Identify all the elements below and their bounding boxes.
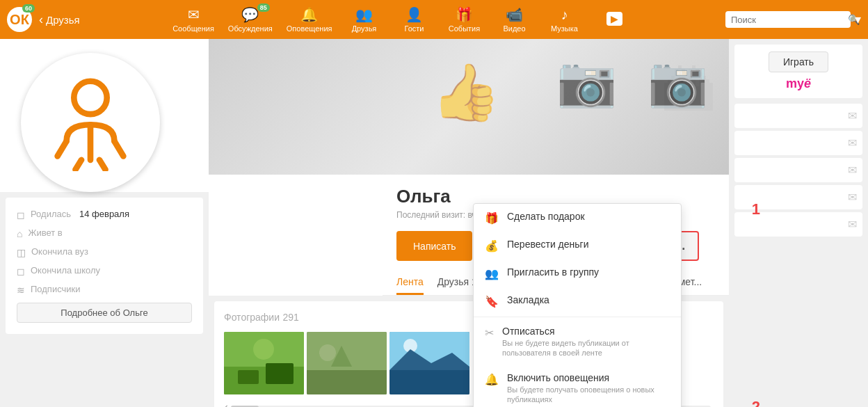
cover-deco-2: 📷 bbox=[556, 53, 617, 110]
birthday-icon: ◻ bbox=[17, 209, 25, 221]
sidebar-info: ◻ Родилась 14 февраля ⌂ Живет в ◫ Окончи… bbox=[6, 198, 203, 334]
dropdown-gift[interactable]: 🎁 Сделать подарок bbox=[474, 204, 681, 232]
photo-thumb-3[interactable] bbox=[389, 332, 469, 394]
cover-deco-1: 👍 bbox=[431, 60, 501, 125]
cover-section: 👍 📷 🏔 📷 bbox=[209, 39, 729, 175]
university-label: Окончила вуз bbox=[31, 246, 88, 257]
back-label: Друзья bbox=[46, 14, 80, 26]
mail-icon-4: ✉ bbox=[848, 191, 857, 204]
mail-icon-3: ✉ bbox=[848, 163, 857, 177]
sidebar-university: ◫ Окончила вуз bbox=[17, 246, 192, 258]
dropdown-notifications-on[interactable]: 🔔 Включить оповещения Вы будете получать… bbox=[474, 365, 681, 407]
messages-icon: ✉ bbox=[188, 6, 200, 23]
notifications-on-icon: 🔔 bbox=[485, 373, 499, 386]
mail-icon-1: ✉ bbox=[848, 109, 857, 122]
video-label: Видео bbox=[503, 24, 525, 33]
money-icon: 💰 bbox=[485, 239, 499, 253]
sidebar-lives-in: ⌂ Живет в bbox=[17, 228, 192, 239]
bookmark-icon: 🔖 bbox=[485, 295, 499, 308]
sidebar-school: ◻ Окончила школу bbox=[17, 265, 192, 277]
discussions-badge: 85 bbox=[257, 3, 270, 12]
friends-label: Друзья bbox=[352, 24, 377, 33]
nav-dropdown-icon[interactable]: ▾ bbox=[855, 12, 861, 27]
search-input[interactable] bbox=[731, 15, 848, 25]
svg-line-4 bbox=[99, 160, 106, 170]
dropdown-unsubscribe-label: Отписаться bbox=[502, 326, 670, 337]
nav-item-guests[interactable]: 👤 Гости bbox=[396, 6, 433, 33]
nav-item-discussions[interactable]: 💬 Обсуждения 85 bbox=[228, 6, 273, 33]
avatar bbox=[21, 53, 160, 192]
video-icon: 📹 bbox=[506, 6, 523, 23]
birthday-value: 14 февраля bbox=[79, 209, 129, 219]
subscribers-icon: ≋ bbox=[17, 285, 25, 296]
logo[interactable]: ОК 60 bbox=[7, 7, 32, 32]
photo-thumb-1[interactable] bbox=[224, 332, 304, 394]
right-mail-item-1: ✉ bbox=[734, 104, 862, 128]
annotation-1: 1 bbox=[752, 200, 760, 218]
search-box[interactable]: 🔍 bbox=[725, 11, 851, 28]
dropdown-money[interactable]: 💰 Перевести деньги bbox=[474, 232, 681, 260]
nav-item-play[interactable]: ▶ bbox=[597, 12, 633, 27]
svg-rect-16 bbox=[389, 370, 469, 394]
dropdown-bookmark[interactable]: 🔖 Закладка bbox=[474, 287, 681, 315]
dropdown-gift-label: Сделать подарок bbox=[507, 211, 670, 222]
sidebar-subscribers: ≋ Подписчики bbox=[17, 284, 192, 296]
ok-avatar-icon bbox=[35, 67, 146, 178]
events-icon: 🎁 bbox=[456, 6, 473, 23]
svg-rect-12 bbox=[307, 370, 387, 394]
dropdown-divider-1 bbox=[474, 317, 681, 317]
subscribers-label: Подписчики bbox=[31, 284, 81, 294]
events-label: События bbox=[449, 24, 480, 33]
discussions-icon: 💬 bbox=[241, 6, 259, 23]
left-sidebar: ◻ Родилась 14 февраля ⌂ Живет в ◫ Окончи… bbox=[0, 39, 209, 407]
play-button[interactable]: Играть bbox=[769, 51, 828, 72]
guests-icon: 👤 bbox=[405, 6, 423, 23]
university-icon: ◫ bbox=[17, 247, 26, 258]
right-mail-item-2: ✉ bbox=[734, 131, 862, 155]
annotation-2: 2 bbox=[752, 398, 760, 407]
sidebar-more[interactable]: Подробнее об Ольге bbox=[17, 303, 192, 323]
photos-prev-icon[interactable]: ‹ bbox=[224, 400, 228, 407]
friends-icon: 👥 bbox=[355, 6, 373, 23]
nav-item-video[interactable]: 📹 Видео bbox=[497, 6, 533, 33]
play-icon: ▶ bbox=[606, 12, 622, 26]
nav-item-notifications[interactable]: 🔔 Оповещения bbox=[287, 6, 332, 33]
mail-icon-2: ✉ bbox=[848, 136, 857, 150]
notifications-icon: 🔔 bbox=[300, 6, 318, 23]
school-icon: ◻ bbox=[17, 266, 25, 277]
photo-thumb-2[interactable] bbox=[307, 332, 387, 394]
dropdown-invite-group[interactable]: 👥 Пригласить в группу bbox=[474, 260, 681, 287]
nav-item-messages[interactable]: ✉ Сообщения bbox=[172, 6, 214, 33]
photos-count: 291 bbox=[282, 312, 298, 323]
svg-line-3 bbox=[75, 160, 81, 170]
svg-rect-10 bbox=[266, 363, 294, 384]
unsubscribe-icon: ✂ bbox=[485, 326, 494, 340]
right-sidebar: Играть myё ✉ ✉ ✉ ✉ ✉ bbox=[729, 39, 868, 407]
svg-line-1 bbox=[58, 141, 67, 157]
dropdown-unsubscribe[interactable]: ✂ Отписаться Вы не будете видеть публика… bbox=[474, 319, 681, 365]
discussions-label: Обсуждения bbox=[228, 24, 273, 33]
mail-icon-5: ✉ bbox=[848, 218, 857, 231]
tab-feed[interactable]: Лента bbox=[396, 269, 424, 295]
play-section: Играть myё bbox=[734, 45, 862, 98]
top-navigation: ОК 60 ‹ Друзья ✉ Сообщения 💬 Обсуждения … bbox=[0, 0, 868, 39]
home-icon: ⌂ bbox=[17, 228, 22, 239]
cover-deco-4: 📷 bbox=[648, 53, 708, 110]
dropdown-notifications-on-desc: Вы будете получать оповещения о новых пу… bbox=[507, 385, 670, 405]
my-music-text: myё bbox=[786, 77, 811, 90]
ok-logo-icon: ОК bbox=[10, 12, 29, 28]
more-about-button[interactable]: Подробнее об Ольге bbox=[17, 303, 192, 323]
write-button[interactable]: Написать bbox=[396, 231, 472, 261]
nav-item-events[interactable]: 🎁 События bbox=[447, 6, 483, 33]
nav-item-friends[interactable]: 👥 Друзья bbox=[346, 6, 383, 33]
back-to-friends[interactable]: ‹ Друзья bbox=[39, 13, 80, 27]
my-music-logo: myё bbox=[741, 77, 855, 91]
school-label: Окончила школу bbox=[31, 265, 100, 276]
dropdown-unsubscribe-desc: Вы не будете видеть публикации от пользо… bbox=[502, 338, 670, 358]
dropdown-money-label: Перевести деньги bbox=[507, 239, 670, 250]
gift-icon: 🎁 bbox=[485, 212, 499, 225]
guests-label: Гости bbox=[404, 24, 424, 33]
nav-item-music[interactable]: ♪ Музыка bbox=[547, 7, 583, 33]
svg-point-13 bbox=[319, 344, 336, 361]
birthday-label: Родилась bbox=[31, 209, 71, 219]
